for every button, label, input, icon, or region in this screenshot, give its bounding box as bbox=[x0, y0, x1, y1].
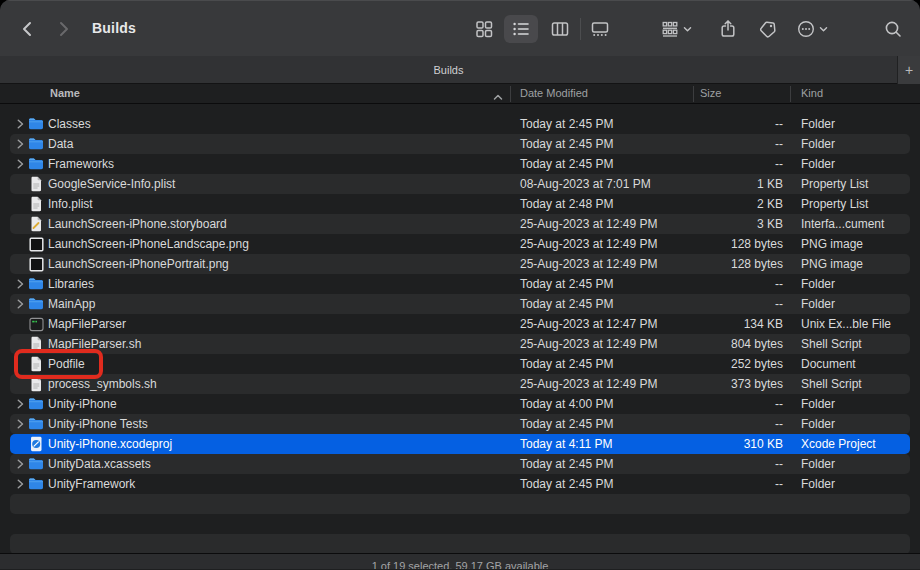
plus-icon: + bbox=[905, 62, 913, 78]
date-modified: 25-Aug-2023 at 12:49 PM bbox=[520, 234, 657, 254]
file-row-info-plist[interactable]: Info.plistToday at 2:48 PM2 KBProperty L… bbox=[0, 194, 920, 214]
date-modified: Today at 2:45 PM bbox=[520, 294, 613, 314]
date-modified: Today at 2:45 PM bbox=[520, 134, 613, 154]
file-name: LaunchScreen-iPhone.storyboard bbox=[48, 214, 227, 234]
folder-icon bbox=[28, 454, 44, 474]
file-row-unitydata-xcassets[interactable]: UnityData.xcassetsToday at 2:45 PM--Fold… bbox=[0, 454, 920, 474]
disclosure-chevron-icon[interactable] bbox=[14, 274, 26, 294]
gallery-view-button[interactable] bbox=[586, 15, 614, 43]
disclosure-chevron-icon[interactable] bbox=[14, 454, 26, 474]
status-bar: 1 of 19 selected, 59.17 GB available bbox=[0, 553, 920, 569]
column-header-name[interactable]: Name bbox=[50, 87, 80, 99]
column-headers: Name Date Modified Size Kind bbox=[0, 84, 920, 104]
column-header-size[interactable]: Size bbox=[700, 87, 721, 99]
file-name: process_symbols.sh bbox=[48, 374, 157, 394]
file-kind: Folder bbox=[801, 454, 835, 474]
back-button[interactable] bbox=[14, 15, 42, 43]
toolbar: Builds bbox=[0, 0, 920, 56]
file-size: 2 KB bbox=[700, 194, 783, 214]
folder-icon bbox=[28, 294, 44, 314]
tab-builds[interactable]: Builds bbox=[0, 56, 897, 84]
file-name: GoogleService-Info.plist bbox=[48, 174, 175, 194]
file-kind: Property List bbox=[801, 174, 868, 194]
file-name: Info.plist bbox=[48, 194, 93, 214]
file-size: 3 KB bbox=[700, 214, 783, 234]
folder-icon bbox=[28, 134, 44, 154]
ellipsis-circle-icon bbox=[796, 19, 816, 39]
forward-button[interactable] bbox=[49, 15, 77, 43]
file-row-mapfileparser-sh[interactable]: MapFileParser.sh25-Aug-2023 at 12:49 PM8… bbox=[0, 334, 920, 354]
date-modified: 25-Aug-2023 at 12:49 PM bbox=[520, 374, 657, 394]
file-row-data[interactable]: DataToday at 2:45 PM--Folder bbox=[0, 134, 920, 154]
list-view-icon bbox=[511, 19, 531, 39]
file-row-classes[interactable]: ClassesToday at 2:45 PM--Folder bbox=[0, 114, 920, 134]
tag-button[interactable] bbox=[754, 15, 782, 43]
document-icon bbox=[28, 374, 44, 394]
file-name: Classes bbox=[48, 114, 91, 134]
column-divider[interactable] bbox=[693, 86, 694, 102]
share-button[interactable] bbox=[714, 15, 742, 43]
file-kind: Folder bbox=[801, 114, 835, 134]
image-icon bbox=[28, 234, 44, 254]
file-size: -- bbox=[700, 154, 783, 174]
file-row-mainapp[interactable]: MainAppToday at 2:45 PM--Folder bbox=[0, 294, 920, 314]
file-size: -- bbox=[700, 474, 783, 494]
file-size: 1 KB bbox=[700, 174, 783, 194]
column-divider[interactable] bbox=[510, 86, 511, 102]
file-row-googleservice-info-plist[interactable]: GoogleService-Info.plist08-Aug-2023 at 7… bbox=[0, 174, 920, 194]
file-size: -- bbox=[700, 114, 783, 134]
status-text: 1 of 19 selected, 59.17 GB available bbox=[0, 559, 920, 569]
document-icon bbox=[28, 194, 44, 214]
column-header-date-modified[interactable]: Date Modified bbox=[520, 87, 588, 99]
column-header-kind[interactable]: Kind bbox=[801, 87, 823, 99]
disclosure-chevron-icon[interactable] bbox=[14, 394, 26, 414]
file-row-process-symbols-sh[interactable]: process_symbols.sh25-Aug-2023 at 12:49 P… bbox=[0, 374, 920, 394]
file-row-launchscreen-iphoneportrait-png[interactable]: LaunchScreen-iPhonePortrait.png25-Aug-20… bbox=[0, 254, 920, 274]
disclosure-chevron-icon[interactable] bbox=[14, 294, 26, 314]
file-kind: Folder bbox=[801, 414, 835, 434]
disclosure-chevron-icon[interactable] bbox=[14, 114, 26, 134]
file-row-mapfileparser[interactable]: MapFileParser25-Aug-2023 at 12:47 PM134 … bbox=[0, 314, 920, 334]
file-name: Frameworks bbox=[48, 154, 114, 174]
sort-ascending-icon bbox=[493, 91, 503, 103]
column-divider[interactable] bbox=[790, 86, 791, 102]
file-row-launchscreen-iphonelandscape-png[interactable]: LaunchScreen-iPhoneLandscape.png25-Aug-2… bbox=[0, 234, 920, 254]
toolbar-divider bbox=[580, 18, 581, 40]
storyboard-icon bbox=[28, 214, 44, 234]
file-name: UnityData.xcassets bbox=[48, 454, 151, 474]
file-name: Podfile bbox=[48, 354, 85, 374]
list-view-button[interactable] bbox=[504, 15, 538, 43]
file-size: -- bbox=[700, 274, 783, 294]
file-row-libraries[interactable]: LibrariesToday at 2:45 PM--Folder bbox=[0, 274, 920, 294]
new-tab-button[interactable]: + bbox=[897, 56, 920, 84]
tag-icon bbox=[758, 19, 778, 39]
date-modified: Today at 2:45 PM bbox=[520, 454, 613, 474]
folder-icon bbox=[28, 114, 44, 134]
file-row-unity-iphone-xcodeproj[interactable]: Unity-iPhone.xcodeprojToday at 4:11 PM31… bbox=[0, 434, 920, 454]
grid-view-icon bbox=[474, 19, 494, 39]
empty-row bbox=[0, 514, 920, 534]
column-view-button[interactable] bbox=[546, 15, 574, 43]
disclosure-chevron-icon[interactable] bbox=[14, 134, 26, 154]
file-name: UnityFramework bbox=[48, 474, 135, 494]
file-row-unity-iphone-tests[interactable]: Unity-iPhone TestsToday at 2:45 PM--Fold… bbox=[0, 414, 920, 434]
disclosure-chevron-icon[interactable] bbox=[14, 414, 26, 434]
search-icon bbox=[883, 19, 903, 39]
document-icon bbox=[28, 174, 44, 194]
finder-window: Builds bbox=[0, 0, 920, 570]
group-button[interactable] bbox=[656, 15, 696, 43]
file-row-launchscreen-iphone-storyboard[interactable]: LaunchScreen-iPhone.storyboard25-Aug-202… bbox=[0, 214, 920, 234]
file-kind: Folder bbox=[801, 154, 835, 174]
file-row-unityframework[interactable]: UnityFrameworkToday at 2:45 PM--Folder bbox=[0, 474, 920, 494]
file-row-frameworks[interactable]: FrameworksToday at 2:45 PM--Folder bbox=[0, 154, 920, 174]
icon-view-button[interactable] bbox=[470, 15, 498, 43]
disclosure-chevron-icon[interactable] bbox=[14, 154, 26, 174]
file-row-unity-iphone[interactable]: Unity-iPhoneToday at 4:00 PM--Folder bbox=[0, 394, 920, 414]
folder-icon bbox=[28, 414, 44, 434]
search-button[interactable] bbox=[879, 15, 907, 43]
file-row-podfile[interactable]: PodfileToday at 2:45 PM252 bytesDocument bbox=[0, 354, 920, 374]
more-options-button[interactable] bbox=[792, 15, 832, 43]
file-size: 128 bytes bbox=[700, 254, 783, 274]
disclosure-chevron-icon[interactable] bbox=[14, 474, 26, 494]
file-kind: Folder bbox=[801, 474, 835, 494]
